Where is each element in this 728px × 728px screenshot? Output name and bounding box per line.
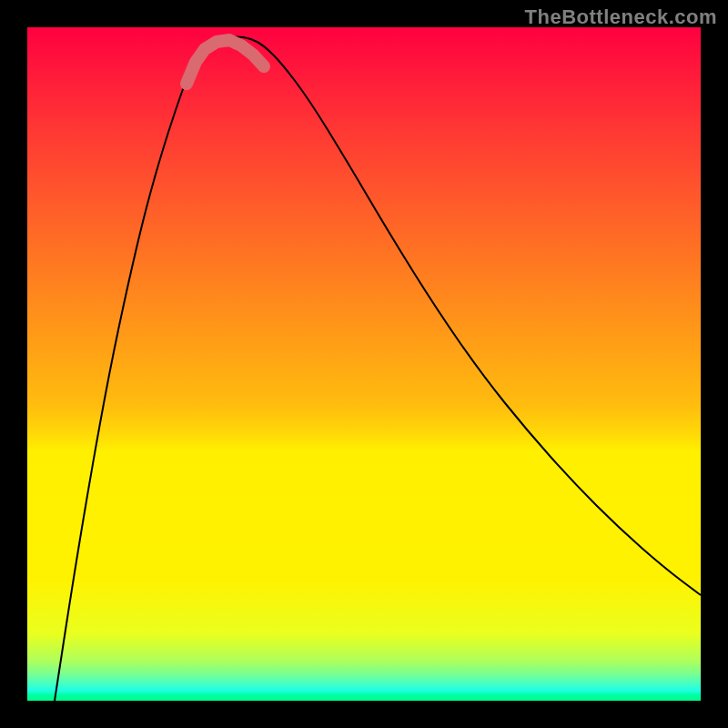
curve-svg <box>27 27 701 701</box>
chart-outer-frame: TheBottleneck.com <box>0 0 728 728</box>
watermark-text: TheBottleneck.com <box>525 5 717 29</box>
plot-area <box>27 27 701 701</box>
highlight-segment <box>187 40 264 84</box>
bottleneck-curve <box>55 37 701 702</box>
